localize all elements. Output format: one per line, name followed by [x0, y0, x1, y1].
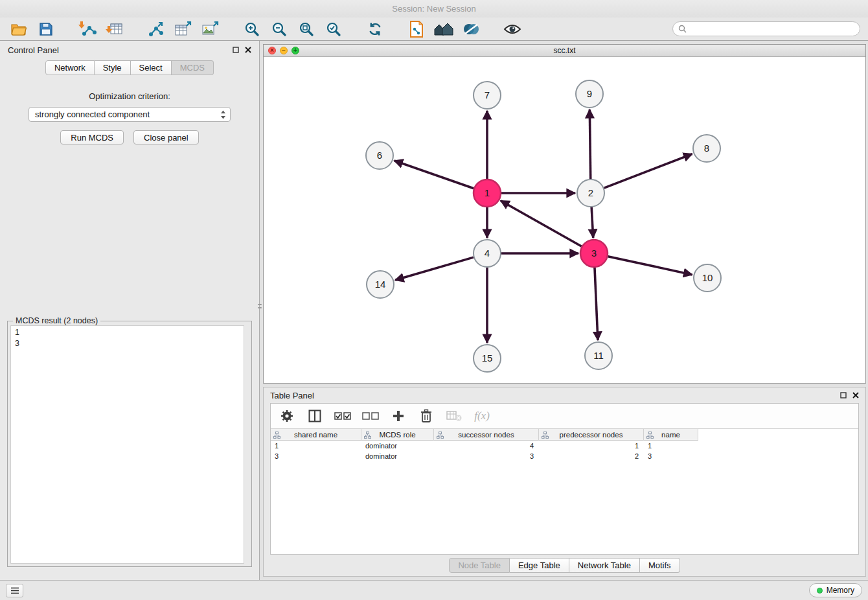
cell-mcds-role[interactable]: dominator [361, 441, 434, 451]
select-all-button[interactable] [334, 407, 351, 425]
close-panel-button[interactable]: Close panel [133, 130, 199, 144]
tab-network[interactable]: Network [45, 60, 95, 75]
zoom-out-button[interactable] [268, 19, 290, 39]
import-network-icon [78, 21, 97, 37]
zoom-fit-icon [299, 21, 314, 37]
table-panel-tabs: Node TableEdge TableNetwork TableMotifs [449, 558, 680, 573]
float-icon [840, 392, 847, 398]
export-network-button[interactable] [145, 19, 166, 39]
memory-button[interactable]: Memory [809, 583, 862, 597]
tab-style[interactable]: Style [95, 60, 131, 75]
column-visibility-button[interactable] [306, 407, 323, 425]
network-canvas[interactable]: 7968124314101511 [264, 57, 865, 383]
node-6[interactable]: 6 [366, 142, 393, 169]
control-panel-float-button[interactable] [233, 47, 239, 53]
delete-row-button[interactable] [418, 407, 435, 425]
table-settings-button[interactable] [279, 407, 295, 425]
mcds-result-list[interactable]: 13 [10, 325, 244, 564]
window-zoom-button[interactable]: + [291, 47, 299, 54]
dropdown-stepper-icon [220, 110, 226, 119]
criterion-dropdown[interactable]: strongly connected component [29, 107, 231, 122]
trash-icon [420, 409, 433, 423]
table-panel-float-button[interactable] [840, 392, 847, 398]
tab-mcds[interactable]: MCDS [172, 60, 214, 75]
node-7[interactable]: 7 [474, 82, 501, 109]
column-header-successor-nodes[interactable]: successor nodes [434, 429, 539, 441]
column-header-predecessor-nodes[interactable]: predecessor nodes [539, 429, 644, 441]
delete-table-button[interactable] [446, 407, 463, 425]
tab-edge-table[interactable]: Edge Table [510, 558, 569, 573]
column-header-name[interactable]: name [644, 429, 698, 441]
tab-network-table[interactable]: Network Table [569, 558, 640, 573]
cell-successor-nodes[interactable]: 3 [434, 451, 539, 461]
cell-mcds-role[interactable]: dominator [361, 451, 434, 461]
search-input[interactable] [690, 25, 854, 34]
export-image-button[interactable] [200, 19, 221, 39]
edge-3-1[interactable] [501, 201, 582, 246]
export-table-icon [174, 21, 192, 37]
first-neighbors-button[interactable] [405, 19, 427, 39]
node-9[interactable]: 9 [576, 80, 603, 108]
deselect-all-button[interactable] [362, 407, 379, 425]
search-field[interactable] [672, 21, 860, 36]
window-close-button[interactable]: × [268, 47, 276, 54]
cell-name[interactable]: 1 [644, 441, 698, 451]
node-8[interactable]: 8 [693, 135, 720, 162]
table-row[interactable]: 1dominator411 [271, 441, 858, 451]
open-session-button[interactable] [8, 19, 29, 39]
cell-shared-name[interactable]: 3 [271, 451, 361, 461]
style-button[interactable] [460, 19, 481, 39]
table-panel-close-button[interactable] [852, 392, 859, 398]
cell-shared-name[interactable]: 1 [271, 441, 361, 451]
cell-successor-nodes[interactable]: 4 [434, 441, 539, 451]
refresh-layout-button[interactable] [364, 19, 385, 39]
cell-name[interactable]: 3 [644, 451, 698, 461]
edge-3-11[interactable] [595, 268, 598, 340]
status-menu-button[interactable] [6, 584, 23, 597]
zoom-fit-button[interactable] [295, 19, 317, 39]
edge-2-3[interactable] [591, 207, 593, 238]
save-session-button[interactable] [35, 19, 56, 39]
network-window-title: scc.txt [264, 46, 865, 55]
column-header-shared-name[interactable]: shared name [271, 429, 361, 441]
cell-predecessor-nodes[interactable]: 2 [539, 451, 644, 461]
node-1[interactable]: 1 [474, 179, 501, 207]
run-mcds-button[interactable]: Run MCDS [60, 130, 124, 144]
add-row-button[interactable] [390, 407, 407, 425]
node-11[interactable]: 11 [585, 342, 612, 369]
node-14[interactable]: 14 [367, 271, 394, 298]
mcds-panel: Optimization criterion: strongly connect… [0, 81, 259, 580]
node-3[interactable]: 3 [580, 240, 608, 267]
node-15[interactable]: 15 [474, 345, 501, 372]
edge-2-9[interactable] [589, 110, 590, 179]
function-builder-button[interactable]: f(x) [474, 407, 490, 425]
zoom-out-icon [271, 21, 287, 37]
tab-motifs[interactable]: Motifs [640, 558, 680, 573]
zoom-in-button[interactable] [241, 19, 262, 39]
edge-4-14[interactable] [395, 257, 474, 280]
edge-3-10[interactable] [608, 257, 692, 275]
cell-predecessor-nodes[interactable]: 1 [539, 441, 644, 451]
window-controls: × − + [268, 47, 299, 54]
export-table-button[interactable] [172, 19, 194, 39]
control-panel-close-button[interactable] [245, 47, 251, 53]
import-table-button[interactable] [104, 19, 125, 39]
window-minimize-button[interactable]: − [280, 47, 288, 54]
home-button[interactable] [433, 19, 454, 39]
node-10[interactable]: 10 [694, 264, 721, 292]
node-4[interactable]: 4 [474, 240, 501, 267]
plus-icon [392, 410, 405, 422]
svg-text:11: 11 [593, 350, 604, 361]
column-header-mcds-role[interactable]: MCDS role [361, 429, 434, 441]
node-2[interactable]: 2 [577, 179, 604, 207]
edge-2-8[interactable] [604, 154, 692, 188]
edge-1-6[interactable] [394, 161, 474, 189]
table-row[interactable]: 3dominator323 [271, 451, 858, 461]
panel-splitter[interactable] [257, 300, 262, 312]
show-hide-button[interactable] [501, 19, 523, 39]
zoom-selected-button[interactable] [323, 19, 344, 39]
tab-select[interactable]: Select [131, 60, 172, 75]
table-header-row: shared nameMCDS rolesuccessor nodesprede… [271, 428, 858, 441]
import-network-button[interactable] [76, 19, 98, 39]
tab-node-table[interactable]: Node Table [449, 558, 510, 573]
